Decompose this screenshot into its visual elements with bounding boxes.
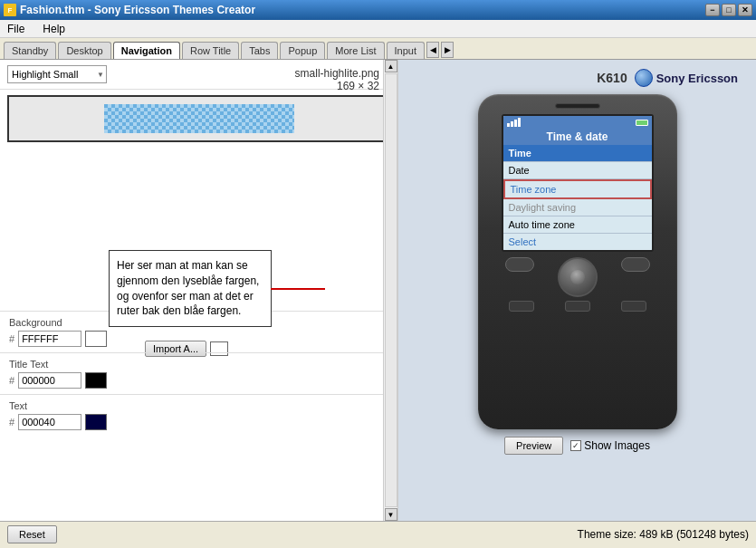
text-section: Text # — [0, 394, 397, 436]
tab-popup[interactable]: Popup — [280, 42, 325, 59]
text-label: Text — [9, 400, 388, 411]
brand-logo: Sony Ericsson — [635, 69, 738, 87]
signal-bar-2 — [511, 121, 513, 127]
phone-buttons — [502, 257, 654, 312]
app-icon: F — [4, 4, 16, 16]
title-text-section: Title Text # — [0, 352, 397, 394]
text-row: # — [9, 414, 388, 430]
menu-item-timezone: Time zone — [503, 179, 652, 199]
tab-more-list[interactable]: More List — [327, 42, 384, 59]
signal-bar-3 — [514, 120, 517, 127]
image-preview-area — [7, 95, 390, 142]
phone-screen: Time & date Time Date Time zone Daylight… — [502, 114, 654, 252]
close-button[interactable]: ✕ — [738, 4, 752, 16]
show-images-toggle[interactable]: ✓ Show Images — [570, 439, 650, 452]
screen-footer: Select — [503, 234, 652, 250]
main-content: Highlight Small ▼ small-highlite.png 169… — [0, 60, 756, 521]
phone-bottom-keys — [502, 301, 654, 312]
left-softkey[interactable] — [505, 257, 534, 272]
window-title: Fashion.thm - Sony Ericsson Themes Creat… — [20, 4, 255, 16]
title-text-input[interactable] — [18, 372, 81, 389]
battery-icon — [636, 120, 648, 126]
status-text: Theme size: 489 kB (501248 bytes) — [578, 528, 749, 541]
window-controls: − □ ✕ — [705, 4, 752, 16]
right-panel: K610 Sony Ericsson — [398, 60, 756, 521]
title-text-hash: # — [9, 375, 14, 386]
phone-speaker — [555, 103, 600, 109]
se-logo-icon — [635, 69, 653, 87]
screen-status-bar — [503, 116, 652, 129]
text-swatch[interactable] — [85, 414, 107, 430]
preview-button[interactable]: Preview — [504, 437, 563, 455]
menu-help[interactable]: Help — [39, 21, 69, 37]
preview-image — [104, 104, 294, 133]
menu-file[interactable]: File — [4, 21, 28, 37]
tab-row-title[interactable]: Row Title — [182, 42, 239, 59]
scroll-down-button[interactable]: ▼ — [385, 508, 397, 521]
background-swatch[interactable] — [85, 331, 107, 347]
dropdown-arrow-icon: ▼ — [97, 71, 104, 79]
show-images-label: Show Images — [584, 439, 650, 452]
background-hash: # — [9, 333, 14, 344]
menu-item-time: Time — [503, 145, 652, 162]
highlight-dropdown[interactable]: Highlight Small ▼ — [7, 65, 107, 83]
dropdown-selected: Highlight Small — [10, 69, 97, 80]
left-panel: Highlight Small ▼ small-highlite.png 169… — [0, 60, 398, 521]
callout-arrow-icon — [271, 288, 325, 290]
screen-header: Time & date — [503, 129, 652, 145]
tab-navigation[interactable]: Navigation — [113, 42, 180, 59]
tab-tabs[interactable]: Tabs — [241, 42, 278, 59]
preview-controls: Preview ✓ Show Images — [504, 437, 650, 455]
tab-next-button[interactable]: ▶ — [441, 42, 454, 58]
brand-header: K610 Sony Ericsson — [597, 69, 756, 87]
title-bar: F Fashion.thm - Sony Ericsson Themes Cre… — [0, 0, 756, 20]
show-images-checkbox[interactable]: ✓ — [570, 440, 581, 451]
tab-bar: Standby Desktop Navigation Row Title Tab… — [0, 38, 756, 60]
callout-text: Her ser man at man kan se gjennom den ly… — [117, 259, 259, 317]
title-text-row: # — [9, 372, 388, 389]
signal-icon — [507, 118, 521, 127]
title-text-swatch[interactable] — [85, 372, 107, 389]
brand-name: Sony Ericsson — [656, 72, 738, 85]
text-input[interactable] — [18, 414, 81, 430]
background-row: # — [9, 331, 388, 347]
dimensions-text: 169 × 32 — [295, 80, 379, 92]
menu-bar: File Help — [0, 20, 756, 38]
key-right[interactable] — [621, 301, 646, 312]
key-center[interactable] — [565, 301, 590, 312]
tab-prev-button[interactable]: ◀ — [426, 42, 439, 58]
left-panel-top: Highlight Small ▼ small-highlite.png 169… — [0, 60, 397, 90]
scroll-up-button[interactable]: ▲ — [385, 60, 397, 72]
key-left[interactable] — [509, 301, 534, 312]
checkmark-icon: ✓ — [572, 441, 579, 450]
left-panel-scrollbar[interactable]: ▲ ▼ — [383, 60, 397, 521]
text-hash: # — [9, 417, 14, 428]
scroll-track[interactable] — [385, 73, 397, 507]
menu-item-daylight: Daylight saving — [503, 199, 652, 216]
signal-bar-4 — [518, 118, 521, 127]
properties-area: Background # Title Text # Text — [0, 311, 397, 521]
filename-text: small-highlite.png — [295, 67, 379, 80]
screen-menu-list: Time Date Time zone Daylight saving Auto… — [503, 145, 652, 234]
background-input[interactable] — [18, 331, 81, 347]
signal-bar-1 — [507, 123, 510, 127]
nav-center-button[interactable] — [570, 270, 585, 284]
right-softkey[interactable] — [621, 257, 650, 272]
tab-standby[interactable]: Standby — [4, 42, 56, 59]
reset-button[interactable]: Reset — [7, 525, 57, 543]
menu-item-date: Date — [503, 162, 652, 179]
tab-desktop[interactable]: Desktop — [58, 42, 110, 59]
title-text-label: Title Text — [9, 359, 388, 370]
callout-box: Her ser man at man kan se gjennom den ly… — [109, 250, 272, 327]
menu-item-auto: Auto time zone — [503, 216, 652, 234]
bottom-bar: Reset Theme size: 489 kB (501248 bytes) — [0, 521, 756, 546]
maximize-button[interactable]: □ — [722, 4, 736, 16]
tab-input[interactable]: Input — [387, 42, 425, 59]
minimize-button[interactable]: − — [705, 4, 720, 16]
phone-mockup: Time & date Time Date Time zone Daylight… — [478, 94, 677, 429]
nav-joystick[interactable] — [558, 257, 598, 297]
phone-model: K610 — [597, 71, 627, 85]
phone-softkeys — [502, 257, 654, 297]
filename-info: small-highlite.png 169 × 32 — [295, 67, 379, 92]
